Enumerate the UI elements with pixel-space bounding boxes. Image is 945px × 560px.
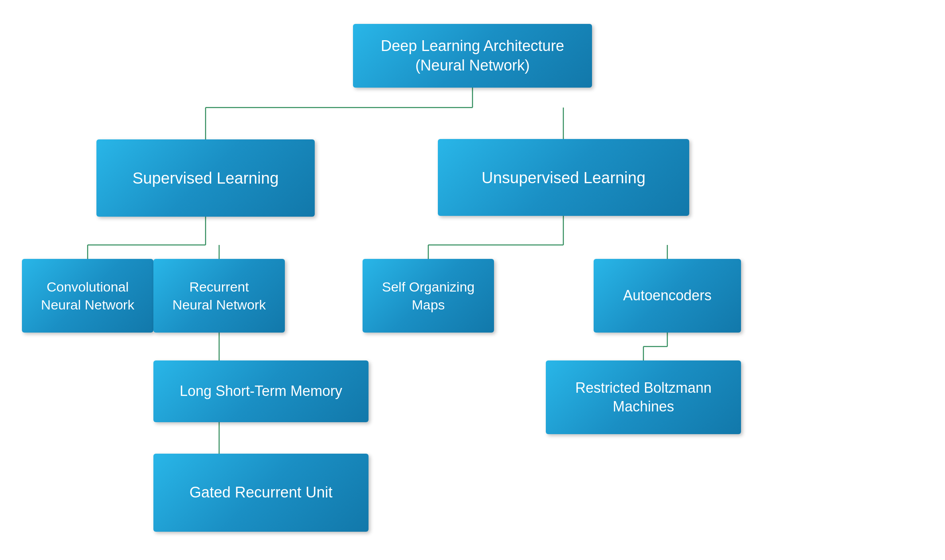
- gru-node: Gated Recurrent Unit: [153, 454, 369, 532]
- rbm-node: Restricted BoltzmannMachines: [546, 360, 741, 434]
- root-node: Deep Learning Architecture(Neural Networ…: [353, 24, 592, 88]
- diagram-container: Deep Learning Architecture(Neural Networ…: [0, 0, 945, 560]
- unsupervised-learning-node: Unsupervised Learning: [438, 139, 689, 216]
- cnn-node: ConvolutionalNeural Network: [22, 259, 153, 333]
- lstm-node: Long Short-Term Memory: [153, 360, 369, 422]
- autoencoders-node: Autoencoders: [594, 259, 741, 333]
- rnn-node: RecurrentNeural Network: [153, 259, 285, 333]
- som-node: Self OrganizingMaps: [363, 259, 494, 333]
- supervised-learning-node: Supervised Learning: [96, 139, 315, 217]
